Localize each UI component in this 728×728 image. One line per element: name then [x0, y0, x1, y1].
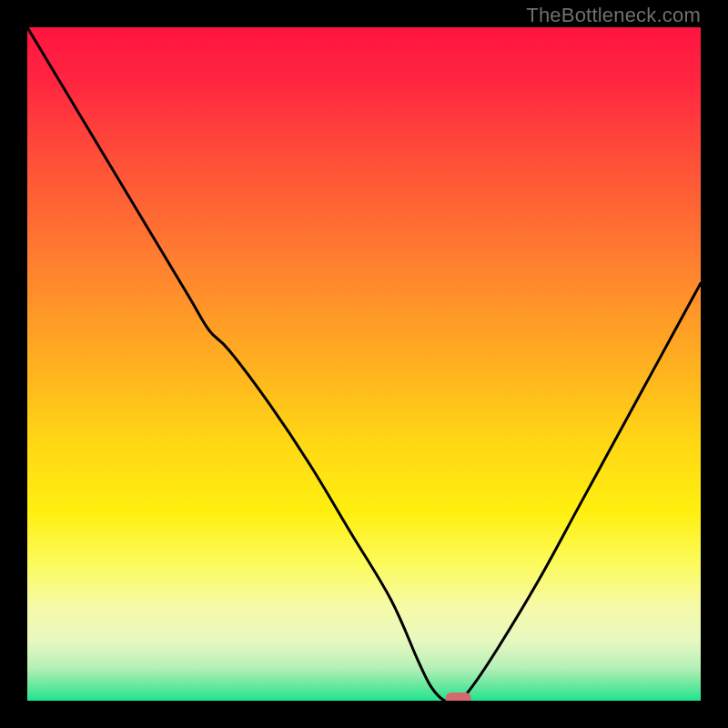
- gradient-rect: [27, 27, 701, 701]
- chart-svg: [27, 27, 701, 701]
- plot-area: [27, 27, 701, 701]
- watermark-text: TheBottleneck.com: [526, 4, 701, 27]
- chart-frame: TheBottleneck.com: [0, 0, 728, 728]
- optimal-marker: [446, 693, 471, 701]
